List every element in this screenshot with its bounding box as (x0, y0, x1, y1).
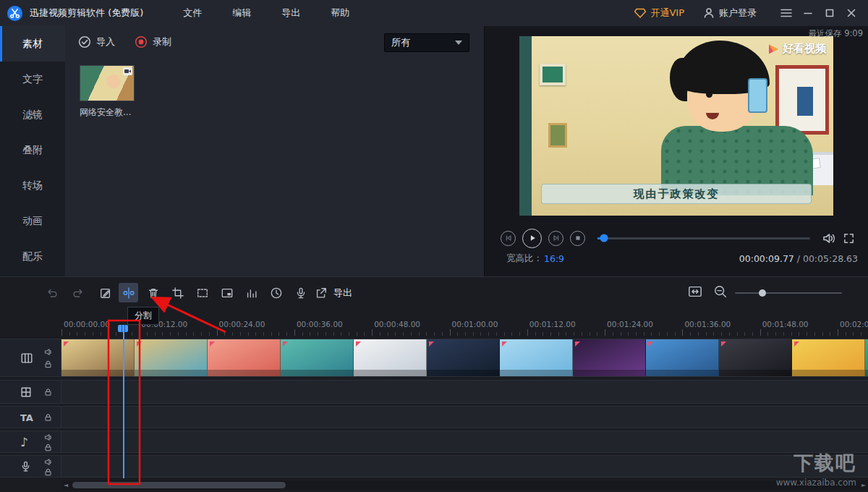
ruler-label: 00:00:36.00 (297, 320, 343, 328)
fullscreen-icon[interactable] (843, 232, 855, 245)
duration-button[interactable] (266, 283, 286, 302)
scroll-right-arrow[interactable]: ► (859, 480, 868, 490)
audio-levels-button[interactable] (242, 283, 261, 302)
crop-button[interactable] (168, 283, 187, 302)
timeline-export-button[interactable]: 导出 (314, 283, 352, 302)
voiceover-button[interactable] (291, 283, 310, 302)
media-panel: 导入 录制 所有 网络安全教... (65, 26, 485, 276)
media-item[interactable]: 网络安全教... (80, 65, 136, 119)
scrollbar-track[interactable] (70, 480, 859, 490)
sidebar-item-label: 文字 (22, 73, 43, 86)
timeline-clip-thumbnail[interactable] (500, 339, 573, 376)
previous-frame-button[interactable] (501, 231, 516, 246)
maximize-button[interactable] (819, 0, 841, 26)
aspect-ratio-label: 宽高比： (506, 253, 542, 265)
timeline-clip-thumbnail[interactable] (354, 339, 427, 376)
text-track-icon: TA (20, 412, 33, 423)
ruler-label: 00:01:12.00 (529, 320, 576, 328)
menu-export[interactable]: 导出 (266, 0, 315, 26)
timeline-clip-thumbnail[interactable] (427, 339, 500, 376)
track-lock-button[interactable] (44, 468, 52, 476)
delete-button[interactable] (143, 283, 163, 302)
zoom-out-icon[interactable] (713, 284, 728, 299)
mosaic-button[interactable] (217, 283, 237, 302)
login-button[interactable]: 账户登录 (703, 7, 757, 20)
track-lock-button[interactable] (44, 444, 52, 451)
text-track-header: TA (0, 407, 61, 428)
record-button[interactable]: 录制 (135, 35, 171, 48)
ruler-label: 00:01:24.00 (607, 320, 653, 328)
undo-button[interactable] (42, 283, 61, 302)
track-lock-button[interactable] (44, 388, 52, 396)
timeline-clip-thumbnail[interactable] (865, 339, 868, 376)
record-icon (135, 35, 148, 48)
sidebar-item-music[interactable]: 配乐 (0, 239, 65, 274)
sidebar-item-transition[interactable]: 转场 (0, 168, 65, 203)
ruler-label: 00:00:48.00 (374, 320, 420, 328)
pip-track (0, 380, 868, 404)
timeline-clip-thumbnail[interactable] (281, 339, 354, 376)
record-label: 录制 (153, 35, 171, 48)
menu-help[interactable]: 帮助 (315, 0, 365, 26)
menu-edit[interactable]: 编辑 (217, 0, 266, 26)
playback-controls (501, 226, 855, 250)
scrollbar-thumb[interactable] (72, 482, 286, 488)
fit-timeline-icon[interactable] (687, 284, 703, 299)
media-item-name: 网络安全教... (80, 106, 136, 119)
timeline-clip-thumbnail[interactable] (719, 339, 792, 376)
playhead-handle[interactable] (118, 325, 128, 332)
timeline-clip-thumbnail[interactable] (135, 339, 208, 376)
track-lock-button[interactable] (44, 413, 52, 421)
vip-label: 开通VIP (650, 7, 684, 20)
play-button[interactable] (522, 229, 542, 248)
track-lock-button[interactable] (44, 360, 52, 368)
timeline-clip-thumbnail[interactable] (573, 339, 646, 376)
pip-track-header (0, 381, 61, 403)
timeline-clip-thumbnail[interactable] (792, 339, 865, 376)
playback-progress-slider[interactable] (597, 237, 810, 239)
video-preview[interactable]: 好看视频 现由于政策改变 (519, 36, 833, 216)
redo-button[interactable] (68, 283, 88, 302)
volume-icon[interactable] (822, 232, 836, 245)
menu-file[interactable]: 文件 (168, 0, 217, 26)
progress-handle[interactable] (600, 234, 608, 242)
minimize-button[interactable] (797, 0, 819, 26)
sidebar-item-animation[interactable]: 动画 (0, 203, 65, 239)
aspect-ratio-value[interactable]: 16:9 (544, 253, 564, 264)
track-mute-button[interactable] (44, 348, 52, 356)
scroll-left-arrow[interactable]: ◄ (61, 480, 70, 490)
canvas-size-button[interactable] (192, 283, 212, 302)
import-button[interactable]: 导入 (78, 35, 115, 48)
timeline-zoom-slider[interactable] (735, 292, 842, 294)
voice-track-header (0, 456, 61, 477)
video-clips-strip (61, 339, 868, 376)
sidebar-item-text[interactable]: 文字 (0, 62, 65, 97)
sidebar-item-filter[interactable]: 滤镜 (0, 97, 65, 132)
close-button[interactable] (841, 0, 862, 26)
media-filter-value: 所有 (391, 36, 410, 49)
voice-track (0, 455, 868, 478)
stop-button[interactable] (570, 231, 585, 246)
timeline-clip-thumbnail[interactable] (646, 339, 719, 376)
ruler-label: 00:01:00.00 (452, 320, 498, 328)
zoom-slider-handle[interactable] (759, 289, 766, 297)
edit-button[interactable] (95, 283, 115, 302)
media-item-thumbnail (80, 65, 135, 101)
app-window: 迅捷视频剪辑软件 (免费版) 文件 编辑 导出 帮助 开通VIP 账户登录 (0, 0, 868, 492)
next-frame-button[interactable] (548, 231, 563, 246)
timeline-clip-thumbnail[interactable] (208, 339, 281, 376)
playhead[interactable] (123, 326, 124, 478)
export-icon (314, 286, 328, 300)
track-mute-button[interactable] (44, 433, 52, 441)
sidebar-item-label: 动画 (22, 215, 43, 228)
app-logo-icon (7, 5, 23, 22)
sidebar-item-overlay[interactable]: 叠附 (0, 132, 65, 168)
video-track-header (0, 339, 61, 376)
vip-button[interactable]: 开通VIP (634, 7, 684, 20)
track-mute-button[interactable] (44, 458, 52, 466)
media-filter-dropdown[interactable]: 所有 (384, 33, 469, 52)
split-button[interactable] (119, 283, 138, 302)
hamburger-menu-button[interactable] (775, 0, 797, 26)
timecode-separator: / (794, 253, 803, 264)
sidebar-item-material[interactable]: 素材 (0, 26, 65, 62)
